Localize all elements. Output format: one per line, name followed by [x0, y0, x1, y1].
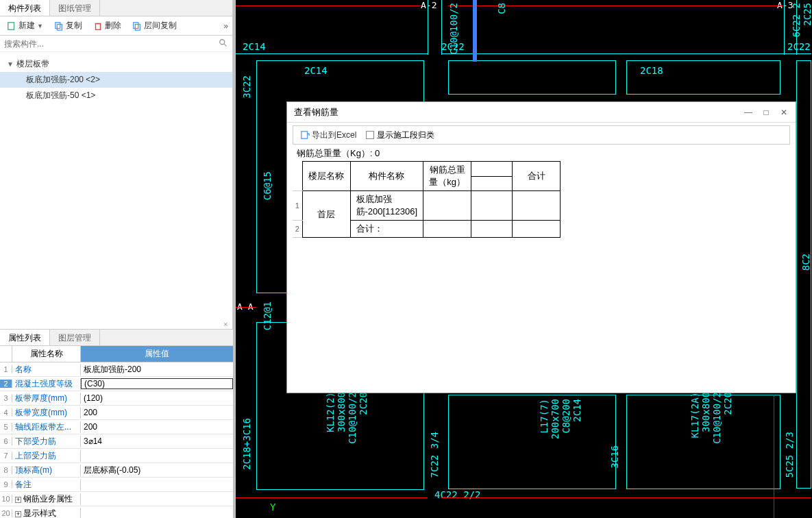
y-axis-label: Y	[270, 502, 275, 513]
dialog-titlebar[interactable]: 查看钢筋量 — □ ✕	[287, 102, 796, 123]
show-section-checkbox[interactable]: 显示施工段归类	[366, 130, 434, 141]
export-excel-button[interactable]: 导出到Excel	[297, 128, 359, 143]
cad-label: 2C25	[802, 3, 812, 26]
dialog-title: 查看钢筋量	[294, 106, 743, 119]
cad-label: 2C18+3C16	[241, 418, 252, 470]
cad-label: 5C25 2/3	[784, 432, 795, 478]
prop-row[interactable]: 10+钢筋业务属性	[0, 492, 233, 506]
th-floor: 楼层名称	[302, 162, 350, 191]
delete-button[interactable]: 删除	[90, 18, 124, 33]
copy-icon	[54, 21, 64, 31]
prop-row[interactable]: 8顶标高(m)层底标高(-0.05)	[0, 463, 233, 478]
prop-row[interactable]: 7上部受力筋	[0, 449, 233, 463]
cell-floor: 首层	[302, 191, 350, 238]
svg-rect-1	[56, 22, 60, 28]
close-button[interactable]: ✕	[779, 108, 789, 117]
svg-rect-3	[95, 23, 100, 29]
maximize-button[interactable]: □	[761, 108, 771, 117]
tree-item-2[interactable]: 板底加强筋-50 <1>	[0, 88, 232, 103]
component-tabs: 构件列表 图纸管理	[0, 0, 232, 16]
svg-point-7	[220, 40, 225, 45]
svg-rect-2	[57, 24, 62, 30]
th-component: 构件名称	[350, 162, 423, 191]
cad-label: 7C22 3/4	[429, 432, 440, 478]
th-total: 合计	[513, 162, 561, 191]
prop-close-icon[interactable]: ×	[223, 320, 232, 328]
toolbar-more[interactable]: »	[223, 21, 228, 31]
caret-icon: ▼	[7, 60, 14, 68]
svg-rect-5	[134, 22, 138, 28]
properties-panel: × 属性列表 图层管理 属性名称 属性值 1名称板底加强筋-2002混凝土强度等…	[0, 329, 233, 518]
rebar-table: 楼层名称 构件名称 钢筋总重量（kg） 合计 1 首层 板底加强筋-200[11…	[293, 161, 561, 238]
th-blank	[471, 162, 513, 177]
new-icon	[7, 21, 16, 31]
checkbox-icon	[366, 131, 374, 139]
cad-label: 4C22 2/2	[434, 489, 480, 500]
tab-layers[interactable]: 图层管理	[50, 330, 100, 345]
tab-properties[interactable]: 属性列表	[0, 330, 50, 345]
search-input[interactable]	[0, 36, 232, 51]
prop-row[interactable]: 2混凝土强度等级(C30)	[0, 377, 233, 391]
svg-rect-6	[135, 24, 140, 30]
prop-row[interactable]: 6下部受力筋3⌀14	[0, 434, 233, 449]
prop-row[interactable]: 3板带厚度(mm)(120)	[0, 391, 233, 406]
prop-row[interactable]: 5轴线距板带左...200	[0, 420, 233, 434]
svg-rect-9	[302, 132, 308, 139]
cad-label: 3C22	[241, 75, 252, 99]
cad-label: 2C22	[787, 41, 811, 52]
copy-button[interactable]: 复制	[51, 18, 85, 33]
prop-header: 属性名称 属性值	[0, 346, 233, 362]
prop-header-name: 属性名称	[12, 346, 81, 362]
floor-copy-button[interactable]: 层间复制	[130, 18, 180, 33]
new-button[interactable]: 新建 ▼	[4, 18, 46, 33]
prop-header-value: 属性值	[81, 346, 233, 362]
prop-row[interactable]: 20+显示样式	[0, 506, 233, 518]
minimize-button[interactable]: —	[743, 108, 753, 117]
component-tree: ▼ 楼层板带 板底加强筋-200 <2> 板底加强筋-50 <1>	[0, 52, 232, 108]
cell-component: 板底加强筋-200[112306]	[350, 191, 423, 221]
svg-line-8	[224, 44, 227, 47]
delete-icon	[93, 21, 103, 31]
tree-root[interactable]: ▼ 楼层板带	[0, 56, 232, 72]
cad-label: 2C14	[243, 41, 266, 52]
cell-total-label: 合计：	[350, 221, 423, 238]
cad-label: C8	[496, 3, 507, 14]
component-toolbar: 新建 ▼ 复制 删除 层间复制 »	[0, 16, 232, 36]
table-row: 1 首层 板底加强筋-200[112306]	[293, 191, 561, 221]
axis-a2: A-2	[421, 0, 436, 10]
tree-item-1[interactable]: 板底加强筋-200 <2>	[0, 72, 232, 88]
cad-label: C10@100/2	[448, 3, 459, 55]
prop-row[interactable]: 4板带宽度(mm)200	[0, 406, 233, 420]
table-caption: 钢筋总重量（Kg）: 0	[293, 146, 790, 161]
th-weight: 钢筋总重量（kg）	[423, 162, 471, 191]
rebar-dialog: 查看钢筋量 — □ ✕ 导出到Excel 显示施工段归类 钢筋总重量（Kg）: …	[286, 101, 796, 393]
search-icon[interactable]	[219, 38, 228, 50]
svg-rect-0	[8, 22, 14, 29]
prop-row[interactable]: 1名称板底加强筋-200	[0, 362, 233, 377]
tab-components[interactable]: 构件列表	[0, 0, 50, 16]
tab-drawings[interactable]: 图纸管理	[50, 0, 100, 16]
floor-copy-icon	[132, 21, 142, 31]
prop-row[interactable]: 9备注	[0, 478, 233, 492]
export-icon	[300, 130, 310, 140]
